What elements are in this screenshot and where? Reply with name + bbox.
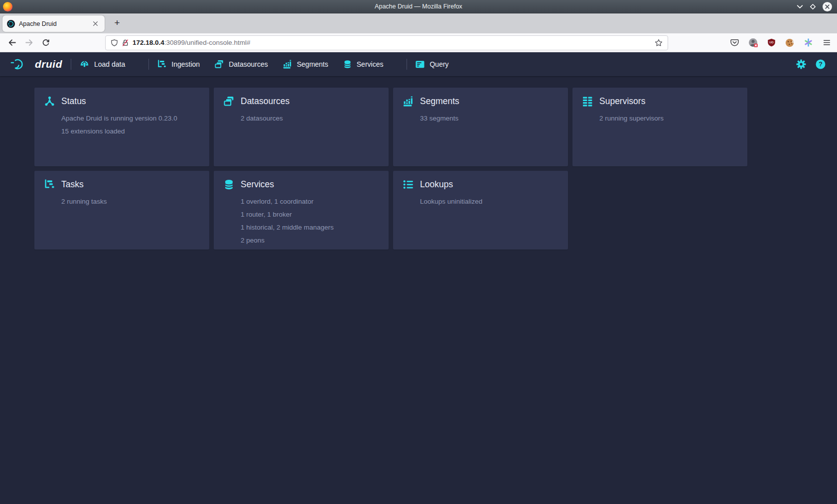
ingestion-icon	[157, 60, 166, 69]
navbar-right-actions: ?	[795, 58, 827, 71]
druid-navbar: druid Load data Ingestion Datasources	[0, 52, 837, 76]
services-database-icon	[224, 179, 234, 190]
services-line-peons: 2 peons	[241, 234, 379, 247]
load-data-icon	[80, 60, 89, 69]
tasks-gantt-icon	[44, 179, 55, 190]
insecure-lock-icon[interactable]	[122, 39, 129, 47]
window-maximize-icon[interactable]	[810, 3, 816, 10]
bookmark-star-icon[interactable]	[655, 39, 663, 47]
window-titlebar: Apache Druid — Mozilla Firefox	[0, 0, 837, 13]
services-card[interactable]: Services 1 overlord, 1 coordinator 1 rou…	[214, 171, 389, 250]
browser-toolbar: 172.18.0.4:30899/unified-console.html# U…	[0, 33, 837, 52]
nav-item-label: Query	[429, 60, 448, 68]
segments-count-text: 33 segments	[420, 112, 558, 125]
url-host: 172.18.0.4	[133, 39, 164, 46]
tasks-card[interactable]: Tasks 2 running tasks	[34, 171, 209, 250]
nav-item-datasources[interactable]: Datasources	[215, 60, 268, 69]
status-extensions-text: 15 extensions loaded	[61, 125, 199, 138]
nav-item-ingestion[interactable]: Ingestion	[157, 60, 200, 69]
tasks-count-text: 2 running tasks	[61, 195, 199, 208]
nav-item-label: Load data	[94, 60, 125, 68]
datasources-count-text: 2 datasources	[241, 112, 379, 125]
card-title: Lookups	[420, 179, 453, 190]
url-path: :30899/unified-console.html#	[164, 39, 251, 46]
home-cards-grid: Status Apache Druid is running version 0…	[34, 88, 747, 250]
card-title: Segments	[420, 96, 459, 107]
svg-text:?: ?	[819, 61, 823, 68]
console-home-view: Status Apache Druid is running version 0…	[0, 76, 837, 504]
services-line-router-broker: 1 router, 1 broker	[241, 208, 379, 221]
services-line-historical-middlemanagers: 1 historical, 2 middle managers	[241, 221, 379, 234]
nav-item-load-data[interactable]: Load data	[80, 60, 125, 69]
window-minimize-icon[interactable]	[797, 4, 803, 9]
status-card[interactable]: Status Apache Druid is running version 0…	[34, 88, 209, 166]
back-button[interactable]	[5, 36, 19, 50]
help-icon[interactable]: ?	[814, 58, 827, 71]
supervisors-list-icon	[582, 96, 593, 107]
nav-item-label: Segments	[297, 60, 328, 68]
pocket-icon[interactable]	[729, 37, 740, 48]
query-icon	[416, 60, 424, 69]
lookups-card[interactable]: Lookups Lookups uninitialized	[393, 171, 568, 250]
navbar-divider	[71, 59, 71, 70]
nav-item-label: Datasources	[229, 60, 268, 68]
services-line-overlord-coordinator: 1 overlord, 1 coordinator	[241, 195, 379, 208]
tab-close-icon[interactable]	[90, 19, 100, 29]
card-title: Tasks	[61, 179, 84, 190]
datasources-stack-icon	[224, 96, 234, 107]
supervisors-card[interactable]: Supervisors 2 running supervisors	[572, 88, 747, 166]
card-title: Datasources	[241, 96, 289, 107]
new-tab-button[interactable]: +	[110, 15, 125, 30]
forward-button[interactable]	[22, 36, 36, 50]
druid-brand[interactable]: druid	[10, 57, 62, 72]
toolbar-extension-area: UO	[729, 37, 832, 48]
datasources-icon	[215, 60, 224, 69]
asterisk-extension-icon[interactable]	[803, 37, 814, 48]
cookie-extension-icon[interactable]	[784, 37, 795, 48]
settings-gear-icon[interactable]	[795, 58, 808, 71]
datasources-card[interactable]: Datasources 2 datasources	[214, 88, 389, 166]
services-icon	[343, 60, 352, 69]
tab-bar: Apache Druid +	[0, 13, 837, 33]
window-title: Apache Druid — Mozilla Firefox	[0, 3, 837, 10]
window-controls	[797, 0, 832, 13]
window-close-icon[interactable]	[823, 2, 832, 11]
reload-button[interactable]	[39, 36, 53, 50]
profile-extension-icon[interactable]	[747, 37, 758, 48]
card-title: Services	[241, 179, 274, 190]
svg-text:UO: UO	[769, 41, 774, 44]
segments-icon	[283, 60, 292, 69]
card-title: Supervisors	[599, 96, 645, 107]
url-bar[interactable]: 172.18.0.4:30899/unified-console.html#	[105, 35, 668, 50]
segments-barchart-icon	[403, 96, 414, 107]
nav-item-query[interactable]: Query	[416, 60, 448, 69]
tab-apache-druid[interactable]: Apache Druid	[2, 15, 105, 32]
menu-hamburger-icon[interactable]	[821, 37, 832, 48]
lookups-properties-icon	[403, 179, 414, 190]
status-version-text: Apache Druid is running version 0.23.0	[61, 112, 199, 125]
segments-card[interactable]: Segments 33 segments	[393, 88, 568, 166]
druid-logo-icon	[10, 57, 31, 72]
nav-item-segments[interactable]: Segments	[283, 60, 328, 69]
status-graph-icon	[44, 96, 55, 107]
druid-brand-name: druid	[35, 58, 62, 70]
tab-title: Apache Druid	[19, 20, 90, 27]
tracking-shield-icon[interactable]	[111, 39, 118, 47]
druid-favicon-icon	[7, 20, 15, 28]
nav-item-label: Services	[357, 60, 384, 68]
supervisors-count-text: 2 running supervisors	[599, 112, 737, 125]
nav-item-label: Ingestion	[171, 60, 200, 68]
lookups-status-text: Lookups uninitialized	[420, 195, 558, 208]
card-title: Status	[61, 96, 86, 107]
navbar-divider	[407, 59, 407, 70]
navbar-divider	[148, 59, 149, 70]
firefox-logo-icon	[3, 2, 12, 11]
nav-item-services[interactable]: Services	[343, 60, 384, 69]
ublock-origin-icon[interactable]: UO	[766, 37, 777, 48]
